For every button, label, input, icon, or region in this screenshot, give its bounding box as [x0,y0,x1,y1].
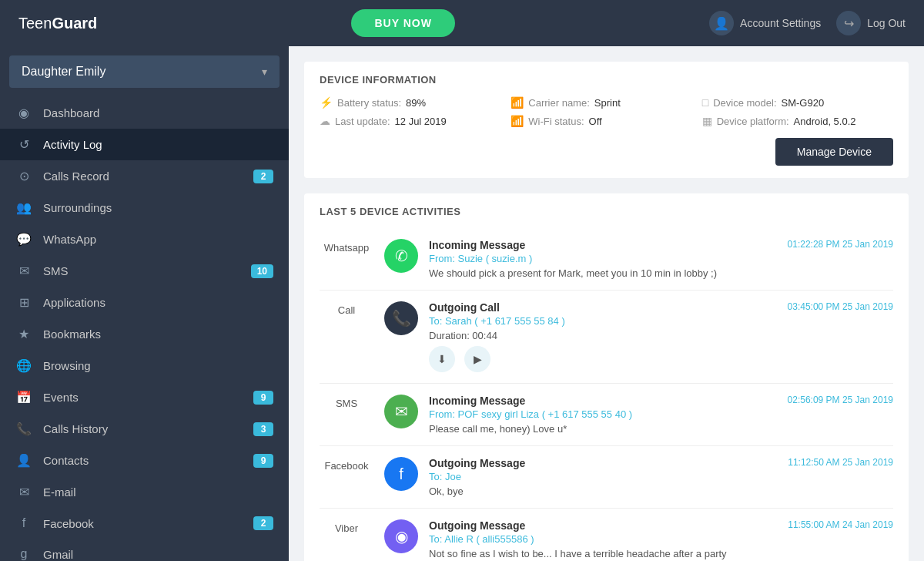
nav-label-sms: SMS [43,264,240,277]
platform-label: Device platform: [717,116,789,127]
nav-icon-calls-record: ⊙ [15,169,32,183]
wifi-info: 📶 Wi-Fi status: Off [511,115,701,127]
platform-value: Android, 5.0.2 [794,116,856,127]
device-selector[interactable]: Daughter Emily ▾ [9,55,280,88]
activity-app-4: Viber [320,519,373,534]
model-info: □ Device model: SM-G920 [702,96,893,109]
nav-badge-calls-history: 3 [253,422,273,436]
activity-item-1: Call 📞 Outgoing Call 03:45:00 PM 25 Jan … [320,291,893,384]
activity-app-1: Call [320,301,373,316]
logo-text: Teen [18,15,52,32]
sidebar: Daughter Emily ▾ ◉ Dashboard ↺ Activity … [0,46,289,561]
activity-header-4: Outgoing Message 11:55:00 AM 24 Jan 2019 [429,519,893,532]
sidebar-item-sms[interactable]: ✉ SMS 10 [0,255,289,287]
activity-item-3: Facebook f Outgoing Message 11:12:50 AM … [320,446,893,509]
sidebar-item-calls-history[interactable]: 📞 Calls History 3 [0,413,289,445]
platform-info: ▦ Device platform: Android, 5.0.2 [702,115,893,127]
activity-header-1: Outgoing Call 03:45:00 PM 25 Jan 2019 [429,301,893,314]
nav-label-calls-record: Calls Record [43,170,243,183]
nav-label-dashboard: Dashboard [43,106,273,119]
chevron-down-icon: ▾ [262,66,267,78]
nav-label-events: Events [43,391,243,404]
activity-meta-2: From: POF sexy girl Liza ( +1 617 555 55… [429,408,893,420]
activity-content-1: Duration: 00:44 [429,330,893,341]
sidebar-item-facebook[interactable]: f Facebook 2 [0,508,289,539]
logout-icon: ↪ [836,11,861,35]
activities-title: LAST 5 DEVICE ACTIVITIES [320,206,893,217]
sidebar-item-gmail[interactable]: g Gmail [0,539,289,561]
play-icon[interactable]: ▶ [464,346,490,372]
activity-body-3: Outgoing Message 11:12:50 AM 25 Jan 2019… [429,457,893,497]
nav-icon-facebook: f [15,516,32,530]
activity-content-4: Not so fine as I wish to be... I have a … [429,548,893,559]
layout: Daughter Emily ▾ ◉ Dashboard ↺ Activity … [0,46,924,561]
nav-badge-calls-record: 2 [253,170,273,183]
sidebar-item-dashboard[interactable]: ◉ Dashboard [0,97,289,129]
activity-time-0: 01:22:28 PM 25 Jan 2019 [788,239,893,250]
activity-type-2: Incoming Message [429,395,525,407]
device-selector-label: Daughter Emily [22,65,105,79]
nav-icon-gmail: g [15,547,32,561]
nav-label-whatsapp: WhatsApp [43,233,273,246]
logout-label: Log Out [867,17,906,29]
buy-now-button[interactable]: BUY NOW [351,9,454,37]
device-info-grid: ⚡ Battery status: 89% 📶 Carrier name: Sp… [320,96,893,127]
activity-avatar-0: ✆ [384,239,418,273]
logout-button[interactable]: ↪ Log Out [836,11,906,35]
activity-type-4: Outgoing Message [429,519,525,532]
activity-app-3: Facebook [320,457,373,472]
update-label: Last update: [335,116,390,127]
activity-item-2: SMS ✉ Incoming Message 02:56:09 PM 25 Ja… [320,384,893,446]
wifi-icon: 📶 [511,115,524,127]
nav-icon-surroundings: 👥 [15,200,32,215]
model-icon: □ [702,96,708,109]
account-settings-label: Account Settings [740,17,821,29]
platform-icon: ▦ [702,115,712,127]
carrier-label: Carrier name: [528,97,589,109]
activity-item-0: Whatsapp ✆ Incoming Message 01:22:28 PM … [320,228,893,291]
device-info-box: DEVICE INFORMATION ⚡ Battery status: 89%… [304,62,909,178]
activity-body-4: Outgoing Message 11:55:00 AM 24 Jan 2019… [429,519,893,559]
sidebar-item-contacts[interactable]: 👤 Contacts 9 [0,445,289,476]
activity-body-2: Incoming Message 02:56:09 PM 25 Jan 2019… [429,395,893,435]
battery-label: Battery status: [337,97,401,109]
activity-time-2: 02:56:09 PM 25 Jan 2019 [788,395,893,405]
nav-badge-sms: 10 [251,264,273,278]
nav-icon-calls-history: 📞 [15,422,32,436]
activity-type-1: Outgoing Call [429,301,500,314]
activity-meta-1: To: Sarah ( +1 617 555 55 84 ) [429,315,893,327]
carrier-value: Sprint [594,97,621,109]
sidebar-item-whatsapp[interactable]: 💬 WhatsApp [0,223,289,255]
nav-icon-email: ✉ [15,485,32,499]
sidebar-item-events[interactable]: 📅 Events 9 [0,381,289,413]
sidebar-item-browsing[interactable]: 🌐 Browsing [0,350,289,381]
nav-label-facebook: Facebook [43,517,243,530]
sidebar-item-activity-log[interactable]: ↺ Activity Log [0,129,289,160]
nav-label-contacts: Contacts [43,454,243,467]
activity-type-0: Incoming Message [429,239,525,251]
account-settings-button[interactable]: 👤 Account Settings [709,11,821,35]
activities-list: Whatsapp ✆ Incoming Message 01:22:28 PM … [320,228,893,561]
sidebar-item-surroundings[interactable]: 👥 Surroundings [0,192,289,223]
nav-icon-dashboard: ◉ [15,106,32,120]
sidebar-item-email[interactable]: ✉ E-mail [0,476,289,508]
update-value: 12 Jul 2019 [395,116,447,127]
sidebar-item-calls-record[interactable]: ⊙ Calls Record 2 [0,160,289,192]
activity-content-2: Please call me, honey) Love u* [429,423,893,435]
activity-time-4: 11:55:00 AM 24 Jan 2019 [788,519,893,530]
header: TeenGuard BUY NOW 👤 Account Settings ↪ L… [0,0,924,46]
activity-meta-4: To: Allie R ( alli555586 ) [429,533,893,545]
wifi-label: Wi-Fi status: [528,116,584,127]
sidebar-item-applications[interactable]: ⊞ Applications [0,287,289,318]
activity-app-0: Whatsapp [320,239,373,254]
download-icon[interactable]: ⬇ [429,346,455,372]
activity-header-3: Outgoing Message 11:12:50 AM 25 Jan 2019 [429,457,893,469]
manage-device-button[interactable]: Manage Device [775,138,893,166]
update-icon: ☁ [320,115,330,127]
sidebar-item-bookmarks[interactable]: ★ Bookmarks [0,318,289,350]
nav-items: ◉ Dashboard ↺ Activity Log ⊙ Calls Recor… [0,97,289,561]
activity-type-3: Outgoing Message [429,457,525,469]
header-right: 👤 Account Settings ↪ Log Out [709,11,906,35]
nav-label-browsing: Browsing [43,359,273,372]
nav-label-calls-history: Calls History [43,422,243,435]
